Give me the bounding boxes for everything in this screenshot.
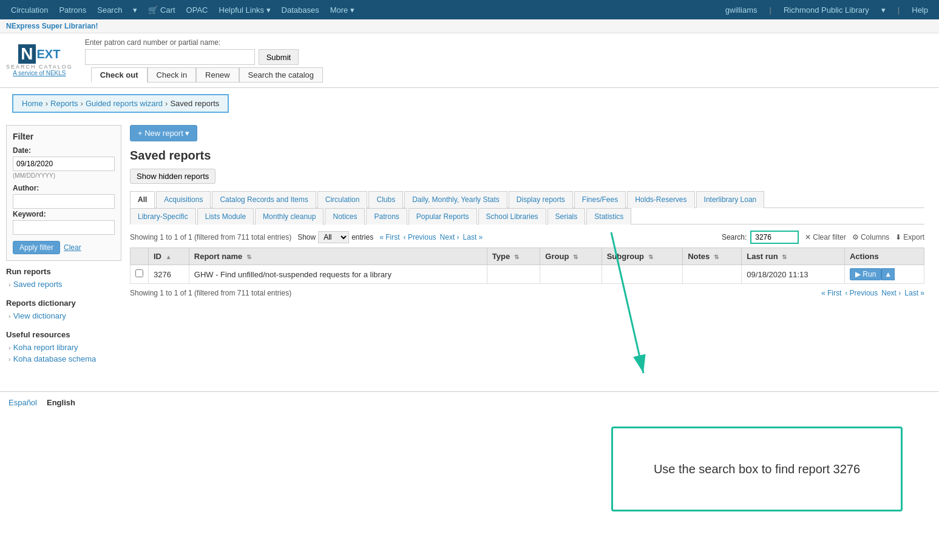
tab-clubs[interactable]: Clubs [368,191,403,208]
library-name[interactable]: Richmond Public Library [779,2,874,18]
keyword-label: Keyword: [13,210,115,218]
first-page-bottom[interactable]: « First [821,289,841,297]
search-catalog-tab[interactable]: Search the catalog [239,67,323,83]
view-dictionary-link[interactable]: › View dictionary [6,310,121,322]
breadcrumb-wrapper: Home › Reports › Guided reports wizard ›… [0,88,939,119]
nav-databases[interactable]: Databases [277,2,324,18]
reports-dictionary-title: Reports dictionary [6,299,121,308]
action-tabs: Check out Check in Renew Search the cata… [91,67,323,83]
tab-statistics[interactable]: Statistics [586,208,631,224]
first-page[interactable]: « First [379,233,399,241]
breadcrumb-home[interactable]: Home [22,99,43,108]
col-last-run[interactable]: Last run ⇅ [742,248,845,265]
koha-report-library-label: Koha report library [13,343,78,352]
col-report-name[interactable]: Report name ⇅ [189,248,487,265]
tab-school-libraries[interactable]: School Libraries [478,208,546,224]
col-subgroup[interactable]: Subgroup ⇅ [602,248,682,265]
koha-db-schema-link[interactable]: › Koha database schema [6,353,121,365]
patron-submit-button[interactable]: Submit [259,49,299,65]
tab-display-reports[interactable]: Display reports [509,191,573,208]
tab-daily-stats[interactable]: Daily, Monthly, Yearly Stats [404,191,507,208]
breadcrumb: Home › Reports › Guided reports wizard ›… [12,94,229,113]
footer-espanol[interactable]: Español [8,398,37,407]
saved-reports-link[interactable]: › Saved reports [6,278,121,290]
tab-serials[interactable]: Serials [547,208,586,224]
col-group[interactable]: Group ⇅ [540,248,602,265]
tab-library-specific[interactable]: Library-Specific [130,208,196,224]
checkin-tab[interactable]: Check in [147,67,197,83]
breadcrumb-guided-reports[interactable]: Guided reports wizard [86,99,163,108]
run-reports-title: Run reports [6,267,121,276]
nav-dropdown-arrow[interactable]: ▾ [128,2,142,18]
tab-circulation[interactable]: Circulation [317,191,368,208]
nav-circulation[interactable]: Circulation [6,2,53,18]
run-dropdown-button[interactable]: ▲ [881,268,895,280]
col-notes[interactable]: Notes ⇅ [683,248,742,265]
row-checkbox[interactable] [135,269,143,277]
help-link[interactable]: Help [907,2,933,18]
koha-report-library-link[interactable]: › Koha report library [6,342,121,353]
tab-all[interactable]: All [130,191,155,208]
tab-popular-reports[interactable]: Popular Reports [408,208,477,224]
keyword-input[interactable] [13,220,115,235]
clear-filter-button[interactable]: Clear [64,241,81,254]
run-reports-section: Run reports › Saved reports [6,267,121,290]
previous-page[interactable]: ‹ Previous [404,233,436,241]
tab-acquisitions[interactable]: Acquisitions [156,191,211,208]
apply-filter-button[interactable]: Apply filter [13,241,60,254]
nav-more[interactable]: More ▾ [325,2,359,18]
previous-page-bottom[interactable]: ‹ Previous [845,289,878,297]
tab-fines-fees[interactable]: Fines/Fees [574,191,626,208]
run-button-group: ▶ Run ▲ [850,268,919,280]
clear-filter-link[interactable]: ✕ Clear filter [805,233,846,241]
arrow-icon3: › [8,344,11,351]
tab-lists-module[interactable]: Lists Module [197,208,254,224]
show-entries-select[interactable]: All 10 25 50 100 [318,231,349,243]
view-dictionary-label: View dictionary [13,311,66,320]
saved-reports-label: Saved reports [13,280,63,289]
col-id[interactable]: ID ▲ [149,248,189,265]
col-type[interactable]: Type ⇅ [487,248,540,265]
header-area: N EXT SEARCH CATALOG A service of NEKLS … [0,33,939,88]
tab-holds-reserves[interactable]: Holds-Reserves [627,191,694,208]
reports-table: ID ▲ Report name ⇅ Type ⇅ Group ⇅ Subgro… [130,248,924,284]
new-report-button[interactable]: + New report ▾ [130,125,197,141]
top-navigation: Circulation Patrons Search ▾ 🛒 Cart OPAC… [0,0,939,19]
columns-link[interactable]: ⚙ Columns [852,233,889,241]
show-hidden-button[interactable]: Show hidden reports [130,169,215,184]
last-page[interactable]: Last » [463,233,483,241]
row-subgroup [602,265,682,284]
next-page[interactable]: Next › [440,233,459,241]
entries-label: entries [351,233,373,241]
footer-english[interactable]: English [47,398,75,407]
renew-tab[interactable]: Renew [196,67,239,83]
tab-interlibrary-loan[interactable]: Interlibrary Loan [696,191,765,208]
page-title: Saved reports [130,149,924,163]
checkout-tab[interactable]: Check out [91,67,147,83]
date-input[interactable] [13,157,115,171]
nav-patrons[interactable]: Patrons [54,2,91,18]
useful-resources-title: Useful resources [6,330,121,339]
last-page-bottom[interactable]: Last » [904,289,924,297]
row-id: 3276 [149,265,189,284]
nav-cart[interactable]: 🛒 Cart [143,2,180,18]
nav-search[interactable]: Search [92,2,127,18]
nav-opac[interactable]: OPAC [181,2,213,18]
export-link[interactable]: ⬇ Export [895,233,924,241]
logo-icon: N EXT [18,44,60,64]
tab-patrons[interactable]: Patrons [366,208,407,224]
breadcrumb-reports[interactable]: Reports [50,99,78,108]
next-page-bottom[interactable]: Next › [881,289,901,297]
tab-catalog-records[interactable]: Catalog Records and Items [212,191,316,208]
author-input[interactable] [13,194,115,209]
report-search-input[interactable] [750,231,799,244]
nav-helpful-links[interactable]: Helpful Links ▾ [214,2,276,18]
tab-monthly-cleanup[interactable]: Monthly cleanup [255,208,324,224]
clear-filter-label: Clear filter [813,233,846,241]
patron-card-input[interactable] [85,49,255,65]
tab-notices[interactable]: Notices [325,208,365,224]
nekls-link[interactable]: A service of NEKLS [13,70,66,76]
reports-dictionary-section: Reports dictionary › View dictionary [6,299,121,322]
search-box-row: Search: [722,231,799,244]
run-button[interactable]: ▶ Run [850,268,881,280]
